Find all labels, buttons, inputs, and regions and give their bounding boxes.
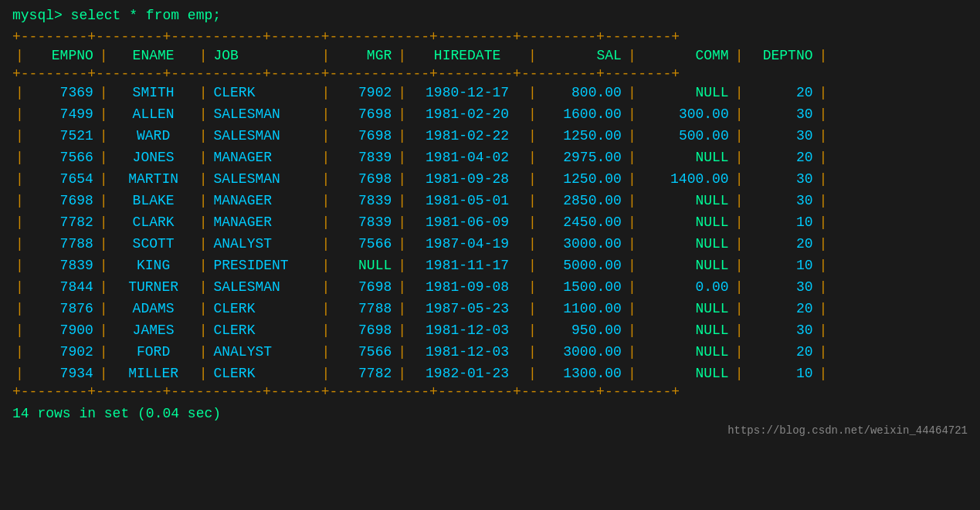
table-cell: 7566 [333, 344, 395, 360]
table-cell: MANAGER [210, 193, 318, 208]
cell-separator: | [318, 236, 333, 252]
cell-separator: | [525, 106, 540, 122]
cell-separator: | [318, 344, 333, 360]
table-cell: JONES [111, 150, 196, 165]
cell-separator: | [732, 106, 747, 122]
cell-separator: | [12, 193, 27, 208]
cell-separator: | [732, 214, 747, 230]
table-cell: 1981-02-22 [409, 128, 525, 144]
table-cell: 1500.00 [540, 279, 625, 295]
cell-separator: | [318, 171, 333, 187]
cell-separator: | [318, 150, 333, 165]
table-row: |7782|CLARK|MANAGER|7839|1981-06-09|2450… [12, 211, 968, 233]
cell-separator: | [196, 85, 211, 100]
cell-separator: | [395, 301, 409, 316]
cell-separator: | [395, 279, 409, 295]
cell-separator: | [395, 128, 409, 144]
row-end-separator: | [816, 279, 831, 295]
cell-separator: | [318, 301, 333, 316]
table-cell: SCOTT [111, 236, 196, 252]
table-cell: ANALYST [210, 344, 318, 360]
table-row: |7934|MILLER|CLERK|7782|1982-01-23|1300.… [12, 363, 968, 384]
row-end-separator: | [816, 150, 831, 165]
table-cell: CLERK [210, 366, 318, 381]
table-cell: 7839 [27, 258, 97, 273]
table-cell: NULL [639, 323, 732, 338]
table-cell: 20 [747, 344, 816, 360]
top-divider: +--------+--------+-----------+------+--… [12, 29, 968, 45]
table-cell: NULL [639, 258, 732, 273]
col-separator: | [732, 48, 747, 63]
table-cell: ADAMS [111, 301, 196, 316]
table-row: |7499|ALLEN|SALESMAN|7698|1981-02-20|160… [12, 103, 968, 125]
cell-separator: | [12, 323, 27, 338]
row-end-separator: | [816, 193, 831, 208]
table-cell: NULL [639, 193, 732, 208]
row-end-separator: | [816, 106, 831, 122]
row-end-separator: | [816, 171, 831, 187]
cell-separator: | [395, 344, 409, 360]
table-cell: NULL [639, 344, 732, 360]
table-cell: 1982-01-23 [409, 366, 525, 381]
table-cell: 300.00 [639, 106, 732, 122]
cell-separator: | [318, 214, 333, 230]
cell-separator: | [196, 258, 211, 273]
table-cell: 7698 [333, 171, 395, 187]
cell-separator: | [318, 258, 333, 273]
table-cell: 7839 [333, 150, 395, 165]
cell-separator: | [318, 193, 333, 208]
cell-separator: | [625, 323, 639, 338]
table-cell: ALLEN [111, 106, 196, 122]
cell-separator: | [732, 193, 747, 208]
table-cell: PRESIDENT [210, 258, 318, 273]
table-cell: MILLER [111, 366, 196, 381]
table-cell: JAMES [111, 323, 196, 338]
table-row: |7839|KING|PRESIDENT|NULL|1981-11-17|500… [12, 255, 968, 276]
col-separator-last: | [816, 48, 831, 63]
table-cell: 500.00 [639, 128, 732, 144]
header-cell-empno: EMPNO [27, 48, 97, 63]
cell-separator: | [732, 344, 747, 360]
table-cell: 7698 [333, 279, 395, 295]
table-cell: 7902 [27, 344, 97, 360]
cell-separator: | [196, 344, 211, 360]
table-cell: NULL [639, 236, 732, 252]
table-cell: 7782 [333, 366, 395, 381]
cell-separator: | [732, 171, 747, 187]
cell-separator: | [12, 344, 27, 360]
cell-separator: | [732, 150, 747, 165]
row-end-separator: | [816, 301, 831, 316]
table-cell: 2450.00 [540, 214, 625, 230]
row-end-separator: | [816, 85, 831, 100]
table-cell: 950.00 [540, 323, 625, 338]
table-cell: 10 [747, 258, 816, 273]
table-cell: CLERK [210, 323, 318, 338]
table-row: |7654|MARTIN|SALESMAN|7698|1981-09-28|12… [12, 168, 968, 190]
table-cell: SALESMAN [210, 106, 318, 122]
table-cell: KING [111, 258, 196, 273]
table-row: |7566|JONES|MANAGER|7839|1981-04-02|2975… [12, 147, 968, 168]
cell-separator: | [525, 279, 540, 295]
header-cell-hiredate: HIREDATE [409, 48, 525, 63]
table-cell: ANALYST [210, 236, 318, 252]
table-cell: SMITH [111, 85, 196, 100]
table-cell: 3000.00 [540, 236, 625, 252]
cell-separator: | [732, 128, 747, 144]
table-cell: 1987-04-19 [409, 236, 525, 252]
table-cell: 30 [747, 128, 816, 144]
table-cell: 7788 [333, 301, 395, 316]
row-end-separator: | [816, 258, 831, 273]
table-cell: SALESMAN [210, 128, 318, 144]
table-cell: 1250.00 [540, 171, 625, 187]
cell-separator: | [97, 258, 111, 273]
terminal-window: mysql> select * from emp; +--------+----… [12, 8, 968, 437]
table-cell: CLERK [210, 301, 318, 316]
cell-separator: | [196, 236, 211, 252]
table-cell: 1981-06-09 [409, 214, 525, 230]
table-cell: 7782 [27, 214, 97, 230]
table-cell: 1987-05-23 [409, 301, 525, 316]
table-row: |7698|BLAKE|MANAGER|7839|1981-05-01|2850… [12, 190, 968, 211]
table-cell: SALESMAN [210, 171, 318, 187]
table-row: |7788|SCOTT|ANALYST|7566|1987-04-19|3000… [12, 233, 968, 255]
row-end-separator: | [816, 323, 831, 338]
